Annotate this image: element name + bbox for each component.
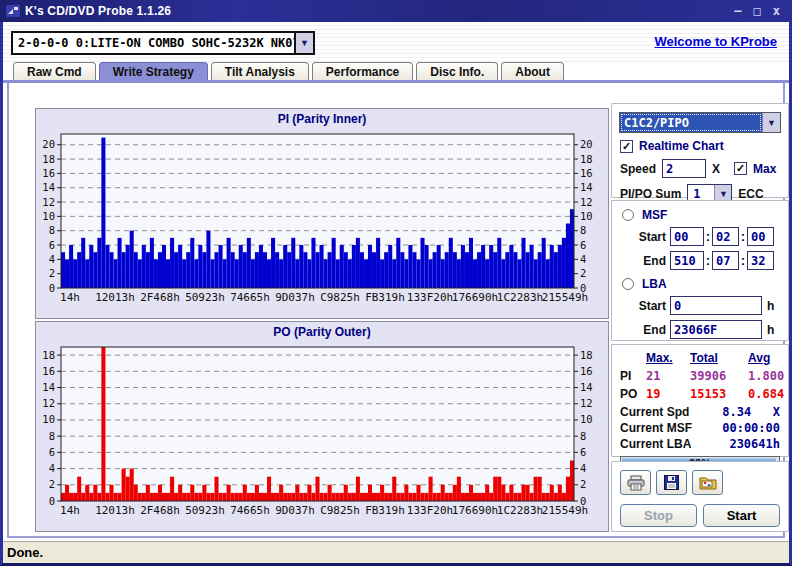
tab-performance[interactable]: Performance bbox=[312, 62, 413, 80]
controls-group: C1C2/PIPO ▼ ✓ Realtime Chart Speed X ✓ M… bbox=[611, 103, 789, 198]
floppy-disk-icon bbox=[664, 475, 679, 490]
mode-select-value: C1C2/PIPO bbox=[620, 113, 762, 132]
svg-text:FB319h: FB319h bbox=[365, 504, 405, 517]
msf-start-min[interactable] bbox=[670, 227, 704, 246]
svg-text:C9825h: C9825h bbox=[320, 291, 360, 304]
po-max: 19 bbox=[646, 387, 690, 401]
lba-radio[interactable] bbox=[622, 278, 634, 290]
svg-text:2: 2 bbox=[49, 267, 55, 279]
msf-end-frame[interactable] bbox=[747, 251, 774, 270]
svg-text:18: 18 bbox=[42, 153, 55, 165]
save-image-button[interactable] bbox=[692, 470, 723, 495]
svg-text:176690h: 176690h bbox=[452, 504, 498, 517]
tab-write-strategy[interactable]: Write Strategy bbox=[99, 62, 208, 80]
current-speed-value: 8.34 X bbox=[722, 405, 780, 419]
svg-text:215549h: 215549h bbox=[542, 291, 588, 304]
svg-text:18: 18 bbox=[42, 349, 55, 361]
close-button[interactable]: x bbox=[773, 4, 780, 18]
max-label: Max bbox=[753, 162, 776, 176]
svg-text:0: 0 bbox=[49, 282, 55, 294]
chevron-down-icon[interactable]: ▼ bbox=[762, 113, 780, 132]
svg-text:8: 8 bbox=[580, 430, 586, 442]
pi-chart-panel: PI (Parity Inner) 0022446688101012121414… bbox=[35, 108, 609, 319]
svg-text:10: 10 bbox=[580, 210, 593, 222]
app-window: K's CD/DVD Probe 1.1.26 – □ x 2-0-0-0 0:… bbox=[0, 0, 792, 566]
pi-chart-title: PI (Parity Inner) bbox=[36, 112, 608, 126]
svg-text:10: 10 bbox=[580, 413, 593, 425]
actions-group: Stop Start bbox=[611, 461, 789, 532]
msf-label: MSF bbox=[642, 208, 667, 222]
image-folder-icon bbox=[699, 475, 717, 490]
lba-start-label: Start bbox=[612, 299, 670, 313]
lba-start-input[interactable] bbox=[670, 296, 762, 315]
msf-start-sec[interactable] bbox=[712, 227, 739, 246]
print-button[interactable] bbox=[620, 470, 651, 495]
tab-bar: Raw Cmd Write Strategy Tilt Analysis Per… bbox=[3, 62, 789, 83]
pi-avg: 1.800 bbox=[748, 369, 792, 383]
drive-select-value: 2-0-0-0 0:LITE-ON COMBO SOHC-5232K NK07 bbox=[13, 33, 294, 53]
max-checkbox[interactable]: ✓ bbox=[734, 162, 747, 175]
tab-raw-cmd[interactable]: Raw Cmd bbox=[13, 62, 96, 80]
svg-text:14: 14 bbox=[580, 181, 593, 193]
drive-select[interactable]: 2-0-0-0 0:LITE-ON COMBO SOHC-5232K NK07 … bbox=[11, 31, 315, 55]
speed-input[interactable] bbox=[662, 159, 706, 178]
svg-text:1C2283h: 1C2283h bbox=[497, 504, 543, 517]
toolbar: 2-0-0-0 0:LITE-ON COMBO SOHC-5232K NK07 … bbox=[3, 22, 789, 62]
ecc-label: ECC bbox=[738, 187, 763, 201]
svg-text:10: 10 bbox=[42, 413, 55, 425]
svg-text:14: 14 bbox=[580, 381, 593, 393]
tab-disc-info[interactable]: Disc Info. bbox=[416, 62, 498, 80]
start-button[interactable]: Start bbox=[703, 504, 780, 527]
svg-text:2: 2 bbox=[580, 267, 586, 279]
svg-text:8: 8 bbox=[49, 224, 55, 236]
svg-text:6: 6 bbox=[580, 239, 586, 251]
save-button[interactable] bbox=[656, 470, 687, 495]
svg-text:18: 18 bbox=[580, 349, 593, 361]
welcome-link[interactable]: Welcome to KProbe bbox=[654, 34, 777, 49]
po-chart-panel: PO (Parity Outer) 0022446688101012121414… bbox=[35, 321, 609, 532]
svg-text:12: 12 bbox=[42, 397, 55, 409]
svg-text:10: 10 bbox=[42, 210, 55, 222]
stop-button[interactable]: Stop bbox=[620, 504, 697, 527]
msf-start-frame[interactable] bbox=[747, 227, 774, 246]
current-msf-label: Current MSF bbox=[620, 421, 704, 435]
msf-radio[interactable] bbox=[622, 209, 634, 221]
titlebar: K's CD/DVD Probe 1.1.26 – □ x bbox=[0, 0, 792, 22]
speed-label: Speed bbox=[620, 162, 656, 176]
colon-separator: : bbox=[706, 230, 710, 244]
svg-text:14: 14 bbox=[42, 181, 55, 193]
minimize-button[interactable]: – bbox=[734, 4, 741, 18]
svg-text:12013h: 12013h bbox=[95, 504, 135, 517]
svg-text:20: 20 bbox=[580, 138, 593, 150]
current-speed-label: Current Spd bbox=[620, 405, 704, 419]
maximize-button[interactable]: □ bbox=[754, 4, 761, 18]
svg-text:50923h: 50923h bbox=[185, 291, 225, 304]
msf-end-min[interactable] bbox=[670, 251, 704, 270]
lba-end-unit: h bbox=[767, 323, 774, 337]
window-title: K's CD/DVD Probe 1.1.26 bbox=[25, 4, 171, 18]
colon-separator: : bbox=[741, 254, 745, 268]
svg-text:133F20h: 133F20h bbox=[407, 504, 453, 517]
mode-select[interactable]: C1C2/PIPO ▼ bbox=[619, 112, 781, 133]
svg-text:C9825h: C9825h bbox=[320, 504, 360, 517]
realtime-chart-label: Realtime Chart bbox=[639, 139, 724, 153]
msf-end-sec[interactable] bbox=[712, 251, 739, 270]
svg-text:12013h: 12013h bbox=[95, 291, 135, 304]
svg-text:16: 16 bbox=[42, 365, 55, 377]
svg-text:12: 12 bbox=[580, 397, 593, 409]
svg-text:16: 16 bbox=[580, 167, 593, 179]
svg-text:6: 6 bbox=[49, 446, 55, 458]
svg-text:2F468h: 2F468h bbox=[140, 504, 180, 517]
svg-text:8: 8 bbox=[580, 224, 586, 236]
realtime-chart-checkbox[interactable]: ✓ bbox=[620, 140, 633, 153]
chevron-down-icon[interactable]: ▼ bbox=[294, 33, 313, 53]
range-group: MSF Start : : End : : LBA bbox=[611, 200, 789, 341]
pipo-sum-label: PI/PO Sum bbox=[620, 187, 681, 201]
svg-text:14h: 14h bbox=[60, 291, 80, 304]
tab-tilt-analysis[interactable]: Tilt Analysis bbox=[211, 62, 309, 80]
svg-text:4: 4 bbox=[580, 253, 586, 265]
lba-end-input[interactable] bbox=[670, 320, 762, 339]
tab-about[interactable]: About bbox=[501, 62, 564, 80]
svg-text:50923h: 50923h bbox=[185, 504, 225, 517]
colon-separator: : bbox=[741, 230, 745, 244]
